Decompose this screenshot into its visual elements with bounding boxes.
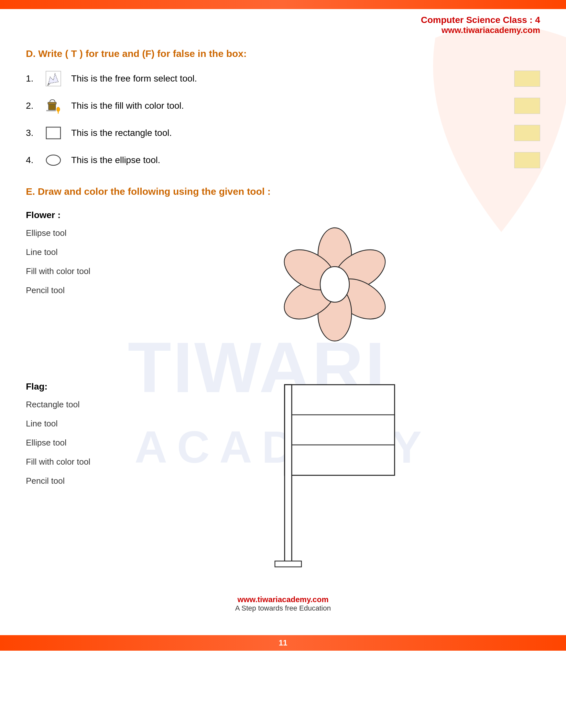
svg-rect-7: [48, 102, 56, 104]
svg-rect-23: [275, 561, 301, 567]
svg-rect-6: [49, 104, 56, 110]
tf-text-4: This is the ellipse tool.: [71, 155, 514, 165]
section-e-heading: E. Draw and color the following using th…: [26, 186, 540, 197]
tf-number-2: 2.: [26, 101, 42, 111]
tf-number-3: 3.: [26, 128, 42, 138]
class-title: Computer Science Class : 4: [421, 15, 540, 25]
page-footer: www.tiwariacademy.com A Step towards fre…: [26, 589, 540, 616]
page-number: 11: [279, 638, 287, 647]
tf-icon-ellipse: [42, 150, 65, 170]
svg-point-18: [320, 267, 349, 302]
flower-label: Flower :: [26, 210, 129, 220]
tf-item-4: 4. This is the ellipse tool.: [26, 150, 540, 170]
svg-rect-22: [284, 385, 292, 564]
svg-point-11: [46, 155, 61, 165]
flower-svg: [267, 210, 403, 359]
flower-drawing-area: [129, 207, 540, 359]
flag-section: Flag: Rectangle tool Line tool Ellipse t…: [26, 378, 540, 569]
svg-text:✦: ✦: [47, 84, 49, 87]
footer-tagline: A Step towards free Education: [26, 604, 540, 612]
svg-rect-10: [46, 127, 61, 139]
tf-answer-box-4[interactable]: [514, 152, 540, 168]
tf-number-4: 4.: [26, 155, 42, 165]
tf-answer-box-1[interactable]: [514, 71, 540, 87]
tf-answer-box-3[interactable]: [514, 125, 540, 141]
top-decorative-bar: [0, 0, 566, 9]
tf-number-1: 1.: [26, 73, 42, 84]
flag-tool-2: Line tool: [26, 419, 129, 429]
flag-label: Flag:: [26, 381, 129, 392]
flag-tool-3: Ellipse tool: [26, 438, 129, 448]
tf-list: 1. ✦ This is the free form select tool. …: [26, 69, 540, 170]
flower-tool-3: Fill with color tool: [26, 266, 129, 276]
header-info: Computer Science Class : 4 www.tiwariaca…: [421, 15, 540, 35]
tf-answer-box-2[interactable]: [514, 98, 540, 114]
tf-icon-rectangle: [42, 123, 65, 143]
tf-item-2: 2. This is the fill: [26, 96, 540, 116]
header-website: www.tiwariacademy.com: [421, 25, 540, 35]
flower-section: Flower : Ellipse tool Line tool Fill wit…: [26, 207, 540, 359]
svg-rect-9: [46, 110, 56, 111]
flower-tool-2: Line tool: [26, 247, 129, 257]
section-d-heading: D. Write ( T ) for true and (F) for fals…: [26, 48, 540, 59]
flag-tools-list: Flag: Rectangle tool Line tool Ellipse t…: [26, 378, 129, 569]
page-header: Computer Science Class : 4 www.tiwariaca…: [0, 9, 566, 39]
tf-icon-fill: [42, 96, 65, 116]
footer-website: www.tiwariacademy.com: [26, 595, 540, 604]
flag-tool-4: Fill with color tool: [26, 457, 129, 467]
tf-text-3: This is the rectangle tool.: [71, 128, 514, 138]
flag-tool-1: Rectangle tool: [26, 400, 129, 410]
flag-drawing-area: [129, 378, 540, 569]
tf-text-2: This is the fill with color tool.: [71, 101, 514, 111]
main-content: D. Write ( T ) for true and (F) for fals…: [0, 39, 566, 635]
tf-item-1: 1. ✦ This is the free form select tool.: [26, 69, 540, 88]
flag-tool-5: Pencil tool: [26, 476, 129, 486]
flower-tool-4: Pencil tool: [26, 285, 129, 295]
tf-item-3: 3. This is the rectangle tool.: [26, 123, 540, 143]
tf-text-1: This is the free form select tool.: [71, 73, 514, 84]
tf-icon-freeform: ✦: [42, 69, 65, 88]
flag-svg: [265, 381, 404, 569]
svg-rect-19: [284, 385, 394, 475]
flower-tools-list: Flower : Ellipse tool Line tool Fill wit…: [26, 207, 129, 359]
flower-tool-1: Ellipse tool: [26, 228, 129, 238]
page-number-bar: 11: [0, 635, 566, 651]
